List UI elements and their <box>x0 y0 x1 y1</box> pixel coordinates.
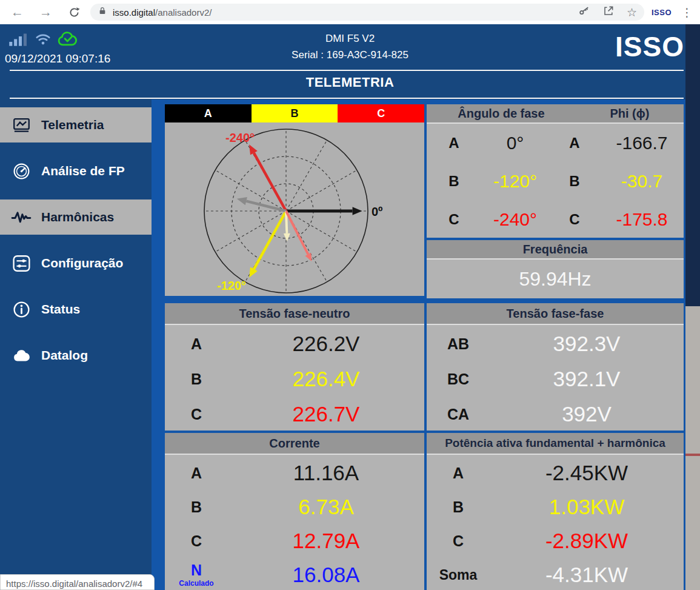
row-label: AB <box>427 337 490 352</box>
sliders-icon <box>10 254 33 273</box>
info-icon <box>10 300 33 319</box>
frequency-title: Frequência <box>427 240 684 260</box>
row-value: 11.16A <box>228 461 424 485</box>
waveform-icon <box>10 207 33 227</box>
phase-angle-cell: B <box>427 173 481 190</box>
row-label: C <box>427 534 490 549</box>
scrollbar-thumb[interactable] <box>685 24 700 306</box>
key-icon[interactable] <box>578 5 590 19</box>
power-row-c: C-2.89KW <box>427 524 684 558</box>
row-label: B <box>165 372 228 387</box>
phase-angle-cell: -30.7 <box>600 171 684 192</box>
forward-icon[interactable]: → <box>39 5 52 19</box>
phase-angle-cell: A <box>549 135 600 152</box>
svg-text:-120°: -120° <box>217 279 246 292</box>
row-value: 16.08A <box>228 563 424 587</box>
phase-angle-cell: -240° <box>481 209 549 230</box>
row-value: 226.2V <box>228 332 424 356</box>
phase-angle-cell: -166.7 <box>600 133 684 153</box>
power-panel: Potência ativa fundamental + harmônica A… <box>427 433 684 590</box>
page-scrollbar[interactable] <box>685 24 700 590</box>
phase-angle-cell: -175.8 <box>600 209 684 230</box>
sidebar-item-label: Datalog <box>41 348 88 363</box>
row-value: 1.03KW <box>490 495 684 519</box>
row-label: NCalculado <box>165 563 228 587</box>
share-icon[interactable] <box>602 5 615 19</box>
phasor-panel: ABC -240°0º-120° <box>165 104 424 296</box>
phase-angle-panel: Ângulo de fase Phi (ϕ) A0°A-166.7B-120°B… <box>427 104 684 238</box>
row-sublabel: Calculado <box>179 580 213 587</box>
sidebar-item-status[interactable]: Status <box>0 292 152 327</box>
telemetry-chart-icon <box>10 116 33 135</box>
phase-angle-cell: C <box>427 211 481 228</box>
row-label: A <box>165 466 228 481</box>
voltage-ln-panel: Tensão fase-neutro A226.2VB226.4VC226.7V <box>165 303 424 431</box>
isso-extension-badge[interactable]: ISSO <box>652 8 672 17</box>
phase-angle-cell: -120° <box>481 171 549 192</box>
row-value: 12.79A <box>228 529 424 553</box>
url-text[interactable]: isso.digital/analisadorv2/ <box>113 7 578 18</box>
current-row-b: B6.73A <box>165 490 424 524</box>
device-serial: Serial : 169-A3C-914-825 <box>0 47 700 63</box>
voltage-ln-row-a: A226.2V <box>165 326 424 361</box>
sidebar-item-configuracao[interactable]: Configuração <box>0 246 152 281</box>
sidebar: TelemetriaAnálise de FPHarmônicasConfigu… <box>0 99 152 590</box>
voltage-ll-table: AB392.3VBC392.1VCA392V <box>427 325 684 432</box>
row-value: -2.45KW <box>490 461 684 485</box>
row-label: C <box>165 534 228 549</box>
scrollbar-marker <box>685 454 700 456</box>
back-icon[interactable]: ← <box>11 5 24 19</box>
sidebar-item-datalog[interactable]: Datalog <box>0 338 152 373</box>
analyzer-app: ← → isso.digital/analisadorv2/ ☆ ISSO ⋮ <box>0 0 700 590</box>
browser-menu-icon[interactable]: ⋮ <box>681 7 693 18</box>
bookmark-star-icon[interactable]: ☆ <box>627 7 637 18</box>
sidebar-item-label: Telemetria <box>41 118 104 132</box>
current-title: Corrente <box>165 433 424 455</box>
row-value: 6.73A <box>228 495 424 519</box>
reload-icon[interactable] <box>68 6 81 19</box>
row-value: 226.4V <box>228 367 424 391</box>
sidebar-item-analise-de-fp[interactable]: Análise de FP <box>0 153 152 189</box>
status-bar-link: https://isso.digital/analisadorv2/#4 <box>0 574 155 590</box>
cloud-icon <box>10 346 33 366</box>
svg-text:0º: 0º <box>372 205 382 218</box>
row-label: C <box>165 407 228 422</box>
phasor-diagram: -240°0º-120° <box>165 122 424 296</box>
phasor-arrow-voltage-a <box>286 207 362 215</box>
omnibox-actions: ☆ <box>578 5 637 19</box>
phase-legend-c: C <box>338 104 424 122</box>
title-divider <box>10 98 684 99</box>
device-model: DMI F5 V2 <box>0 30 700 47</box>
sidebar-item-harmonicas[interactable]: Harmônicas <box>0 199 152 235</box>
power-table: A-2.45KWB1.03KWC-2.89KWSoma-4.31KW <box>427 455 684 590</box>
phase-angle-cell: A <box>427 135 481 152</box>
browser-toolbar: ← → isso.digital/analisadorv2/ ☆ ISSO ⋮ <box>0 0 700 24</box>
row-value: -4.31KW <box>490 563 684 587</box>
row-label: A <box>427 466 490 481</box>
phase-angle-cell: C <box>549 211 600 228</box>
row-label: A <box>165 337 228 352</box>
current-row-c: C12.79A <box>165 524 424 558</box>
voltage-ll-title: Tensão fase-fase <box>427 303 684 325</box>
row-label: BC <box>427 372 490 387</box>
address-bar[interactable]: isso.digital/analisadorv2/ ☆ <box>90 4 644 21</box>
row-label: CA <box>427 407 490 422</box>
power-row-soma: Soma-4.31KW <box>427 558 684 590</box>
sidebar-item-label: Harmônicas <box>41 210 114 224</box>
current-row-a: A11.16A <box>165 456 424 490</box>
sidebar-item-label: Status <box>41 302 80 317</box>
power-title: Potência ativa fundamental + harmônica <box>427 433 684 455</box>
row-value: 392.3V <box>490 332 684 356</box>
page-title: TELEMETRIA <box>0 75 700 90</box>
voltage-ln-row-c: C226.7V <box>165 397 424 432</box>
current-panel: Corrente A11.16AB6.73AC12.79ANCalculado1… <box>165 433 424 590</box>
header-divider <box>10 70 684 71</box>
power-row-a: A-2.45KW <box>427 456 684 490</box>
gauge-icon <box>10 162 33 181</box>
power-row-b: B1.03KW <box>427 490 684 524</box>
svg-text:-240°: -240° <box>225 131 255 144</box>
voltage-ln-title: Tensão fase-neutro <box>165 303 424 325</box>
row-label: Soma <box>427 568 490 582</box>
sidebar-item-telemetria[interactable]: Telemetria <box>0 107 152 142</box>
lock-icon <box>98 6 107 18</box>
